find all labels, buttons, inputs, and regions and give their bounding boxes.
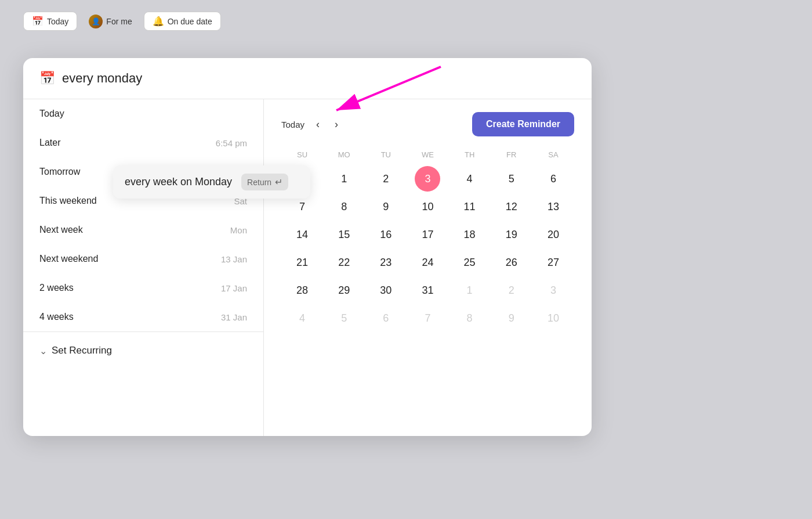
quick-item-value-5: 13 Jan [221, 254, 247, 264]
calendar-grid: SUMOTUWETHFRSA 3112345678910111213141516… [281, 148, 574, 331]
day-cell-w0d2[interactable]: 2 [373, 166, 398, 192]
left-panel: Today Later 6:54 pm Tomorrow Thu This we… [23, 99, 264, 436]
day-cell-w4d1[interactable]: 29 [331, 277, 357, 303]
day-cell-w4d3[interactable]: 31 [415, 277, 440, 303]
day-cell-w3d5[interactable]: 26 [499, 250, 524, 275]
today-button[interactable]: 📅 Today [23, 12, 77, 31]
day-cell-w5d2[interactable]: 6 [373, 305, 398, 331]
quick-item-value-6: 17 Jan [221, 283, 247, 293]
quick-item-label-7: 4 weeks [39, 312, 74, 322]
input-calendar-icon: 📅 [39, 71, 55, 86]
chevron-down-icon: ⌄ [39, 345, 47, 356]
day-cell-w0d1[interactable]: 1 [331, 166, 357, 192]
quick-item-label-3: This weekend [39, 196, 97, 206]
day-cell-w4d4[interactable]: 1 [457, 277, 483, 303]
calendar-nav-group: Today ‹ › [281, 117, 342, 132]
main-card: 📅 every week on Monday Return ↵ Today La… [23, 58, 592, 436]
autocomplete-suggestion: every week on Monday [125, 176, 232, 188]
day-cell-w2d6[interactable]: 20 [541, 222, 566, 247]
quick-item-5[interactable]: Next weekend 13 Jan [23, 244, 263, 273]
quick-item-label-5: Next weekend [39, 254, 98, 264]
card-body: Today Later 6:54 pm Tomorrow Thu This we… [23, 99, 592, 436]
day-cell-w0d4[interactable]: 4 [457, 166, 483, 192]
quick-item-value-1: 6:54 pm [216, 138, 247, 148]
quick-item-value-7: 31 Jan [221, 312, 247, 322]
for-me-button[interactable]: 👤 For me [83, 12, 137, 31]
day-header-fr: FR [491, 148, 532, 161]
day-cell-w1d6[interactable]: 13 [541, 194, 566, 219]
day-cell-w3d3[interactable]: 24 [415, 250, 440, 275]
calendar-days: 3112345678910111213141516171819202122232… [281, 166, 574, 331]
calendar-icon: 📅 [32, 16, 44, 27]
quick-item-label-4: Next week [39, 225, 83, 235]
day-cell-w1d2[interactable]: 9 [373, 194, 398, 219]
quick-item-label-0: Today [39, 109, 64, 119]
day-cell-w3d2[interactable]: 23 [373, 250, 398, 275]
day-header-we: WE [407, 148, 448, 161]
day-cell-w4d0[interactable]: 28 [289, 277, 315, 303]
quick-item-4[interactable]: Next week Mon [23, 215, 263, 244]
day-cell-w2d5[interactable]: 19 [499, 222, 524, 247]
day-cell-w5d6[interactable]: 10 [541, 305, 566, 331]
quick-item-1[interactable]: Later 6:54 pm [23, 128, 263, 157]
quick-item-7[interactable]: 4 weeks 31 Jan [23, 302, 263, 331]
quick-item-label-2: Tomorrow [39, 167, 80, 177]
on-due-date-button[interactable]: 🔔 On due date [144, 12, 221, 31]
quick-item-0[interactable]: Today [23, 99, 263, 128]
day-cell-w5d1[interactable]: 5 [331, 305, 357, 331]
day-cell-w4d2[interactable]: 30 [373, 277, 398, 303]
day-cell-w0d5[interactable]: 5 [499, 166, 524, 192]
day-cell-w2d2[interactable]: 16 [373, 222, 398, 247]
day-cell-w3d0[interactable]: 21 [289, 250, 315, 275]
recurring-text-input[interactable] [62, 71, 575, 86]
calendar-prev-button[interactable]: ‹ [313, 117, 323, 132]
quick-items-list: Today Later 6:54 pm Tomorrow Thu This we… [23, 99, 263, 331]
input-area: 📅 [23, 58, 592, 99]
on-due-date-label: On due date [168, 17, 212, 26]
day-cell-w5d0[interactable]: 4 [289, 305, 315, 331]
day-cell-w5d3[interactable]: 7 [415, 305, 440, 331]
day-cell-w3d4[interactable]: 25 [457, 250, 483, 275]
return-badge: Return ↵ [241, 174, 288, 190]
return-label: Return [247, 178, 271, 187]
day-header-tu: TU [365, 148, 407, 161]
calendar-next-button[interactable]: › [331, 117, 342, 132]
calendar-days-header: SUMOTUWETHFRSA [281, 148, 574, 161]
day-cell-w1d1[interactable]: 8 [331, 194, 357, 219]
day-header-sa: SA [532, 148, 574, 161]
day-header-su: SU [281, 148, 323, 161]
day-cell-w1d3[interactable]: 10 [415, 194, 440, 219]
right-panel: Today ‹ › Create Reminder SUMOTUWETHFRSA… [264, 99, 592, 436]
toolbar: 📅 Today 👤 For me 🔔 On due date [23, 12, 221, 31]
day-cell-w2d3[interactable]: 17 [415, 222, 440, 247]
calendar-header: Today ‹ › Create Reminder [281, 112, 574, 136]
day-cell-w4d6[interactable]: 3 [541, 277, 566, 303]
day-header-th: TH [449, 148, 491, 161]
quick-item-6[interactable]: 2 weeks 17 Jan [23, 273, 263, 302]
bell-icon: 🔔 [153, 16, 164, 27]
return-icon: ↵ [275, 176, 282, 188]
autocomplete-dropdown[interactable]: every week on Monday Return ↵ [113, 165, 310, 199]
quick-item-value-4: Mon [230, 225, 247, 235]
set-recurring-label: Set Recurring [52, 345, 112, 356]
day-cell-w0d3[interactable]: 3 [415, 166, 440, 192]
quick-item-label-1: Later [39, 138, 60, 148]
day-cell-w2d4[interactable]: 18 [457, 222, 483, 247]
today-label: Today [47, 17, 68, 26]
day-cell-w3d6[interactable]: 27 [541, 250, 566, 275]
for-me-label: For me [106, 17, 132, 26]
day-cell-w5d4[interactable]: 8 [457, 305, 483, 331]
create-reminder-button[interactable]: Create Reminder [472, 112, 574, 136]
day-cell-w5d5[interactable]: 9 [499, 305, 524, 331]
day-header-mo: MO [323, 148, 365, 161]
calendar-today-button[interactable]: Today [281, 120, 304, 129]
day-cell-w1d4[interactable]: 11 [457, 194, 483, 219]
day-cell-w0d6[interactable]: 6 [541, 166, 566, 192]
day-cell-w4d5[interactable]: 2 [499, 277, 524, 303]
day-cell-w3d1[interactable]: 22 [331, 250, 357, 275]
day-cell-w2d1[interactable]: 15 [331, 222, 357, 247]
avatar: 👤 [89, 15, 103, 28]
day-cell-w1d5[interactable]: 12 [499, 194, 524, 219]
day-cell-w2d0[interactable]: 14 [289, 222, 315, 247]
set-recurring-button[interactable]: ⌄ Set Recurring [23, 331, 263, 369]
